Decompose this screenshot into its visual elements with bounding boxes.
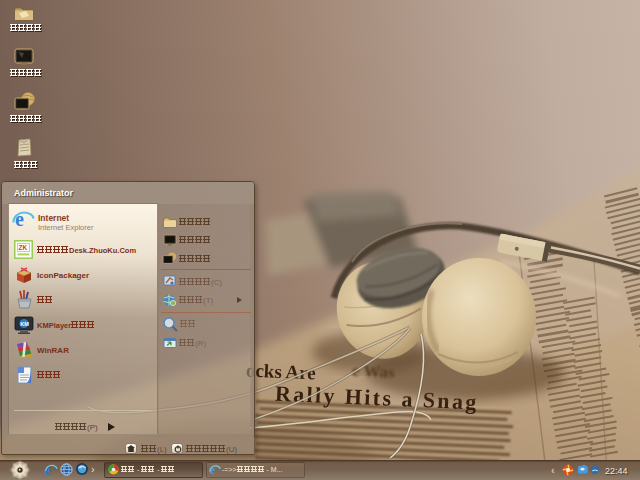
svg-text:e: e: [15, 208, 24, 230]
svg-text:KM: KM: [20, 321, 29, 327]
svg-text:ZK: ZK: [19, 244, 28, 251]
